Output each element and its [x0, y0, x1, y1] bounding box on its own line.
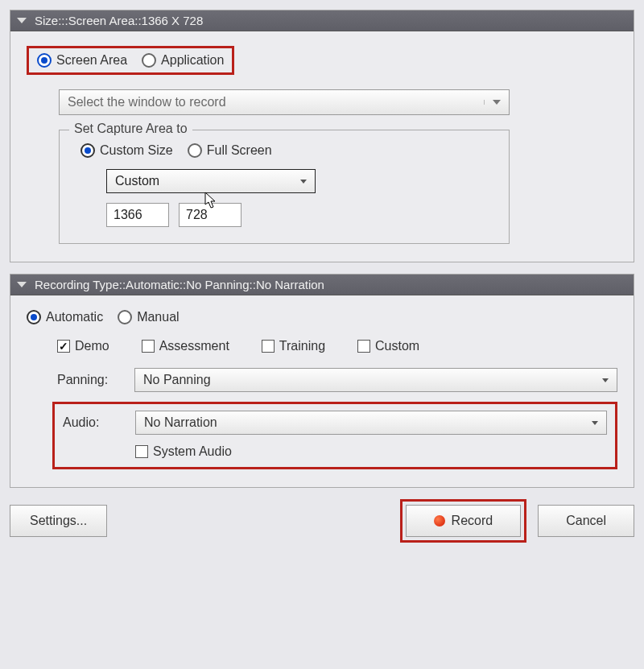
- checkbox-icon: [142, 340, 155, 353]
- panning-label: Panning:: [57, 373, 126, 387]
- dropdown-arrow-icon: [602, 378, 609, 382]
- checkbox-custom[interactable]: Custom: [357, 339, 419, 353]
- radio-screen-area-label: Screen Area: [56, 53, 127, 68]
- dropdown-arrow-icon: [484, 100, 501, 105]
- checkbox-system-audio[interactable]: System Audio: [135, 444, 607, 459]
- collapse-arrow-icon: [17, 282, 27, 287]
- radio-screen-area[interactable]: Screen Area: [37, 53, 127, 68]
- radio-manual[interactable]: Manual: [118, 310, 179, 324]
- radio-custom-size-label: Custom Size: [100, 143, 173, 158]
- cancel-button[interactable]: Cancel: [538, 505, 634, 537]
- collapse-arrow-icon: [17, 18, 27, 23]
- settings-label: Settings...: [30, 514, 87, 528]
- radio-icon: [37, 53, 52, 68]
- cancel-label: Cancel: [566, 514, 606, 528]
- size-panel: Size:::Screen Area::1366 X 728 Screen Ar…: [10, 10, 634, 262]
- width-input[interactable]: 1366: [106, 203, 169, 227]
- record-label: Record: [452, 514, 493, 528]
- area-type-highlight: Screen Area Application: [27, 46, 234, 75]
- chk-demo-label: Demo: [75, 339, 109, 353]
- dropdown-arrow-icon: [592, 421, 598, 425]
- audio-highlight: Audio: No Narration System Audio: [52, 402, 617, 469]
- window-select[interactable]: Select the window to record: [59, 89, 510, 115]
- chk-custom-label: Custom: [375, 339, 419, 353]
- audio-select[interactable]: No Narration: [135, 411, 607, 435]
- height-input[interactable]: 728: [179, 203, 242, 227]
- size-preset-value: Custom: [115, 174, 159, 188]
- dialog-footer: Settings... Record Cancel: [10, 499, 634, 543]
- size-panel-header[interactable]: Size:::Screen Area::1366 X 728: [10, 10, 634, 31]
- height-value: 728: [186, 208, 208, 221]
- recording-type-panel: Recording Type::Automatic::No Panning::N…: [10, 274, 634, 488]
- record-highlight: Record: [400, 499, 527, 543]
- radio-automatic[interactable]: Automatic: [27, 310, 103, 324]
- radio-automatic-label: Automatic: [46, 310, 103, 324]
- checkbox-demo[interactable]: Demo: [57, 339, 109, 353]
- radio-full-screen-label: Full Screen: [207, 143, 272, 158]
- radio-custom-size[interactable]: Custom Size: [80, 143, 173, 158]
- chk-system-audio-label: System Audio: [153, 444, 232, 459]
- audio-label: Audio:: [63, 415, 127, 430]
- window-select-placeholder: Select the window to record: [68, 95, 226, 109]
- checkbox-training[interactable]: Training: [262, 339, 325, 353]
- checkbox-assessment[interactable]: Assessment: [142, 339, 229, 353]
- capture-area-legend: Set Capture Area to: [69, 122, 192, 136]
- radio-icon: [142, 53, 156, 68]
- checkbox-icon: [135, 445, 148, 458]
- record-button[interactable]: Record: [406, 505, 522, 537]
- capture-area-fieldset: Set Capture Area to Custom Size Full Scr…: [59, 130, 510, 244]
- audio-value: No Narration: [144, 415, 217, 430]
- recording-type-title: Recording Type::Automatic::No Panning::N…: [35, 278, 324, 291]
- record-dot-icon: [434, 515, 445, 527]
- radio-application[interactable]: Application: [142, 53, 224, 68]
- panning-value: No Panning: [143, 373, 211, 387]
- settings-button[interactable]: Settings...: [10, 505, 107, 537]
- panning-select[interactable]: No Panning: [134, 368, 617, 392]
- chk-training-label: Training: [279, 339, 325, 353]
- radio-application-label: Application: [161, 53, 224, 68]
- dropdown-arrow-icon: [300, 180, 307, 184]
- checkbox-icon: [57, 340, 70, 353]
- width-value: 1366: [114, 208, 142, 221]
- checkbox-icon: [262, 340, 275, 353]
- recording-type-header[interactable]: Recording Type::Automatic::No Panning::N…: [10, 275, 634, 295]
- radio-manual-label: Manual: [137, 310, 179, 324]
- size-panel-title: Size:::Screen Area::1366 X 728: [35, 14, 203, 27]
- size-preset-select[interactable]: Custom: [106, 169, 316, 193]
- checkbox-icon: [357, 340, 370, 353]
- chk-assessment-label: Assessment: [159, 339, 229, 353]
- radio-full-screen[interactable]: Full Screen: [188, 143, 272, 158]
